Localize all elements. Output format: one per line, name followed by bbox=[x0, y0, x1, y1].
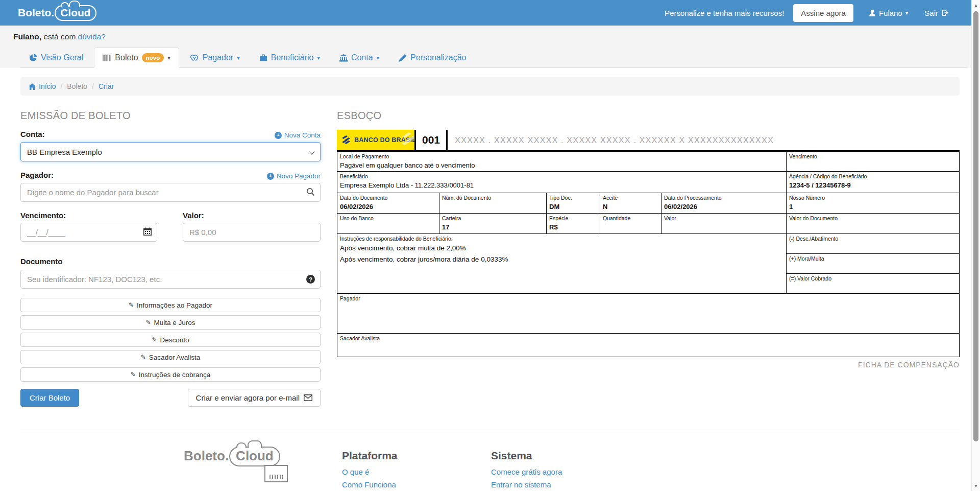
brand-prefix: Boleto. bbox=[18, 7, 54, 19]
list-item: Entrar no sistema bbox=[491, 480, 640, 489]
tab-visao-geral[interactable]: Visão Geral bbox=[20, 48, 92, 68]
boleto-preview: ESBOÇO BANCO DO BRASIL 001 XXXXX . XXXXX… bbox=[337, 110, 960, 407]
tab-boleto[interactable]: Boleto novo ▾ bbox=[94, 48, 179, 68]
boleto-cell-valor-cobrado: (=) Valor Cobrado bbox=[787, 274, 960, 294]
boleto-cell-local-pagamento: Local de Pagamento Pagável em qualquer b… bbox=[337, 151, 787, 172]
greeting-text: está com bbox=[41, 32, 78, 41]
footer-plataforma: Plataforma O que é Como Funciona Boleto … bbox=[342, 447, 491, 491]
boleto-form: EMISSÃO DE BOLETO Conta: +Nova Conta BB … bbox=[20, 110, 321, 407]
bank-icon bbox=[339, 54, 348, 62]
breadcrumb-criar[interactable]: Criar bbox=[99, 82, 114, 90]
valor-input[interactable] bbox=[183, 223, 321, 242]
chevron-down-icon: ▾ bbox=[377, 55, 380, 61]
vencimento-input[interactable] bbox=[20, 223, 157, 242]
vertical-scrollbar[interactable]: ▲ ▼ bbox=[971, 0, 980, 491]
documento-label: Documento bbox=[20, 257, 63, 266]
preview-title: ESBOÇO bbox=[337, 110, 960, 122]
subscribe-button[interactable]: Assine agora bbox=[793, 4, 853, 22]
help-question-icon[interactable]: ? bbox=[306, 275, 315, 284]
bank-code: 001 bbox=[414, 130, 448, 150]
boleto-header: BANCO DO BRASIL 001 XXXXX . XXXXX XXXXX … bbox=[337, 130, 960, 150]
chevron-down-icon: ▾ bbox=[167, 55, 170, 61]
list-item: Comece grátis agora bbox=[491, 467, 640, 477]
tab-pagador[interactable]: Pagador ▾ bbox=[181, 48, 249, 68]
list-item: O que é bbox=[342, 467, 491, 477]
nova-conta-link[interactable]: +Nova Conta bbox=[275, 131, 321, 139]
scroll-down-arrow[interactable]: ▼ bbox=[972, 482, 980, 490]
promo-text: Personalize e tenha mais recursos! bbox=[665, 9, 784, 17]
help-link[interactable]: dúvida? bbox=[78, 32, 106, 41]
conta-select-value: BB Empresa Exemplo bbox=[27, 148, 102, 156]
boleto-cell-agencia: Agência / Código do Beneficiário 1234-5 … bbox=[787, 172, 960, 193]
footer-link-entrar-sistema[interactable]: Entrar no sistema bbox=[491, 480, 551, 489]
barcode-icon bbox=[103, 54, 111, 62]
home-icon bbox=[29, 83, 36, 90]
criar-enviar-email-button[interactable]: Criar e enviar agora por e-mail bbox=[188, 389, 321, 407]
conta-select[interactable]: BB Empresa Exemplo bbox=[20, 142, 321, 161]
ficha-compensacao-label: FICHA DE COMPENSAÇÃO bbox=[337, 361, 960, 369]
boleto-cell-desc-abatimento: (-) Desc./Abatimento bbox=[787, 234, 960, 254]
conta-label: Conta: bbox=[20, 130, 45, 138]
chevron-down-icon: ▾ bbox=[905, 10, 909, 16]
boleto-cell-especie: Espécie R$ bbox=[547, 214, 600, 234]
pie-chart-icon bbox=[29, 54, 37, 62]
section-multa-juros-button[interactable]: ✎Multa e Juros bbox=[20, 315, 321, 330]
boleto-cell-instrucoes: Instruções de responsabilidade do Benefi… bbox=[337, 234, 787, 294]
brand-logo[interactable]: Boleto. Cloud bbox=[18, 5, 96, 21]
list-item: Como Funciona bbox=[342, 480, 491, 489]
footer-barcode-icon bbox=[264, 465, 288, 482]
section-sacador-avalista-button[interactable]: ✎Sacador Avalista bbox=[20, 350, 321, 364]
scrollbar-thumb[interactable] bbox=[973, 11, 978, 441]
footer-cloud-outline: Cloud bbox=[229, 447, 280, 466]
chevron-down-icon bbox=[309, 149, 314, 154]
boleto-cell-carteira: Carteira 17 bbox=[439, 214, 547, 234]
brand-cloud-outline: Cloud bbox=[55, 5, 96, 21]
boleto-cell-aceite: Aceite N bbox=[600, 193, 662, 214]
footer-link-o-que-e[interactable]: O que é bbox=[342, 467, 369, 476]
pencil-icon: ✎ bbox=[129, 301, 134, 309]
boleto-cell-uso-banco: Uso do Banco bbox=[337, 214, 439, 234]
vencimento-label: Vencimento: bbox=[20, 211, 66, 220]
pencil-icon: ✎ bbox=[145, 319, 151, 326]
plus-circle-icon: + bbox=[267, 173, 274, 180]
sign-out-icon bbox=[942, 9, 949, 16]
footer-link-comece-gratis[interactable]: Comece grátis agora bbox=[491, 467, 562, 476]
boleto-cell-vencimento: Vencimento bbox=[787, 151, 960, 172]
user-name: Fulano bbox=[879, 9, 902, 17]
user-menu[interactable]: Fulano ▾ bbox=[869, 9, 908, 17]
banco-do-brasil-logo: BANCO DO BRASIL bbox=[337, 130, 414, 150]
sub-header: Fulano, está com dúvida? Visão Geral Bol… bbox=[0, 26, 980, 68]
criar-boleto-button[interactable]: Criar Boleto bbox=[20, 389, 79, 407]
novo-pagador-link[interactable]: +Novo Pagador bbox=[267, 172, 321, 180]
boleto-cell-quantidade: Quantidade bbox=[600, 214, 662, 234]
breadcrumb: Início / Boleto / Criar bbox=[20, 77, 960, 96]
footer-link-como-funciona[interactable]: Como Funciona bbox=[342, 480, 396, 489]
top-navbar: Boleto. Cloud Personalize e tenha mais r… bbox=[0, 0, 980, 26]
logout-button[interactable]: Sair bbox=[924, 9, 949, 17]
tab-beneficiario[interactable]: Beneficiário ▾ bbox=[251, 48, 329, 68]
greeting-name: Fulano, bbox=[13, 32, 41, 41]
pencil-icon: ✎ bbox=[152, 336, 157, 343]
section-informacoes-pagador-button[interactable]: ✎Informações ao Pagador bbox=[20, 298, 321, 312]
pagador-search-input[interactable] bbox=[20, 183, 321, 202]
valor-label: Valor: bbox=[183, 211, 204, 220]
breadcrumb-separator: / bbox=[92, 82, 94, 90]
scroll-up-arrow[interactable]: ▲ bbox=[972, 1, 980, 9]
footer-brand-logo: Boleto. Cloud bbox=[184, 447, 342, 466]
boleto-cell-pagador: Pagador bbox=[337, 294, 960, 334]
pencil-icon: ✎ bbox=[131, 371, 136, 378]
tab-conta[interactable]: Conta ▾ bbox=[331, 48, 388, 68]
documento-input[interactable] bbox=[20, 270, 321, 289]
boleto-cell-num-documento: Núm. do Documento bbox=[439, 193, 547, 214]
boleto-cell-data-documento: Data do Documento 06/02/2026 bbox=[337, 193, 439, 214]
boleto-cell-data-processamento: Data do Processamento 06/02/2026 bbox=[662, 193, 787, 214]
section-desconto-button[interactable]: ✎Desconto bbox=[20, 333, 321, 347]
tab-personalizacao[interactable]: Personalização bbox=[390, 48, 475, 68]
chevron-down-icon: ▾ bbox=[317, 55, 320, 61]
breadcrumb-boleto: Boleto bbox=[67, 82, 87, 90]
boleto-table: Local de Pagamento Pagável em qualquer b… bbox=[337, 150, 960, 357]
section-instrucoes-cobranca-button[interactable]: ✎Instruções de cobrança bbox=[20, 367, 321, 382]
breadcrumb-separator: / bbox=[60, 82, 62, 90]
handshake-icon bbox=[190, 54, 199, 61]
breadcrumb-home[interactable]: Início bbox=[29, 82, 56, 90]
